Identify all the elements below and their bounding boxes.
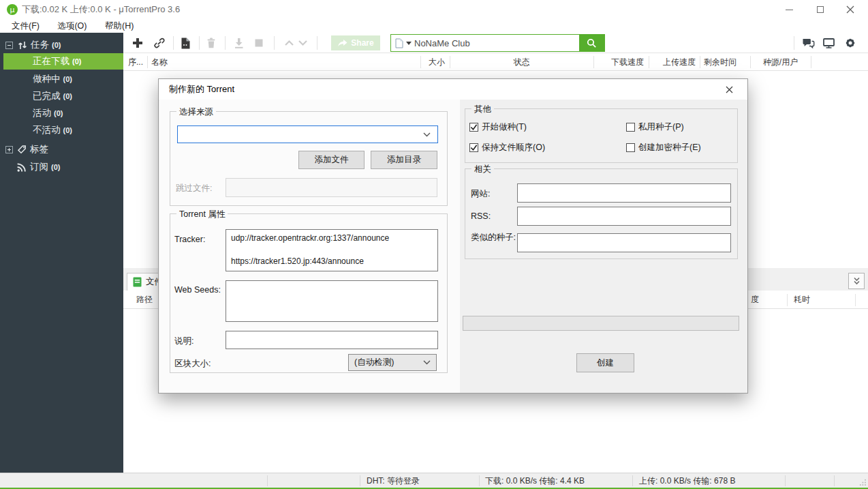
search-field-area (391, 35, 579, 51)
column-name[interactable]: 名称 (151, 53, 168, 71)
tracker-textarea[interactable]: udp://tracker.opentrackr.org:1337/announ… (226, 229, 438, 271)
create-progress-bar (463, 316, 739, 331)
close-button[interactable] (837, 0, 864, 19)
toolbar-separator (274, 36, 275, 50)
tracker-label: Tracker: (174, 235, 205, 244)
column-divider[interactable] (811, 56, 811, 68)
menu-help[interactable]: 帮助(H) (101, 19, 138, 32)
other-group-title: 其他 (471, 104, 494, 115)
utorrent-logo-icon: µ (7, 4, 18, 15)
menu-bar: 文件(F) 选项(O) 帮助(H) (0, 19, 868, 33)
column-order[interactable]: 序... (128, 53, 143, 71)
remote-devices-button[interactable] (821, 35, 836, 50)
checkbox-preserve-file-order[interactable]: 保持文件顺序(O) (469, 142, 545, 153)
checkbox-create-encrypted[interactable]: 创建加密种子(E) (626, 142, 701, 153)
checkbox-box[interactable] (626, 123, 635, 132)
column-elapsed[interactable]: 耗时 (794, 291, 810, 309)
expand-icon[interactable] (5, 146, 13, 153)
minimize-button[interactable] (775, 0, 803, 19)
sidebar-item-completed[interactable]: 已完成 (0) (0, 88, 123, 104)
column-download-speed[interactable]: 下载速度 (593, 53, 644, 71)
remove-button[interactable] (204, 35, 219, 50)
checkbox-label: 私用种子(P) (638, 121, 684, 133)
source-combobox[interactable] (177, 125, 438, 143)
column-status[interactable]: 状态 (450, 53, 593, 71)
updown-arrows-icon (17, 40, 28, 50)
add-torrent-button[interactable] (130, 35, 145, 50)
rss-input[interactable] (517, 207, 731, 226)
status-divider (785, 475, 786, 486)
create-torrent-button[interactable] (178, 35, 193, 50)
add-directory-button[interactable]: 添加目录 (371, 151, 437, 169)
add-link-button[interactable] (152, 35, 167, 50)
stop-button[interactable] (251, 35, 266, 50)
checkbox-label: 保持文件顺序(O) (482, 142, 545, 153)
sidebar-item-count: (0) (54, 105, 63, 121)
sidebar-item-active[interactable]: 活动 (0) (0, 105, 123, 121)
checkbox-box[interactable] (469, 123, 478, 132)
column-eta[interactable]: 剩余时间 (704, 53, 737, 71)
sidebar-item-seeding[interactable]: 做种中 (0) (0, 71, 123, 87)
column-upload-speed[interactable]: 上传速度 (649, 53, 696, 71)
column-seeds-peers[interactable]: 种源/用户 (750, 53, 811, 71)
checkbox-start-seeding[interactable]: 开始做种(T) (469, 121, 527, 133)
column-divider[interactable] (147, 56, 148, 68)
torrent-properties-group: Torrent 属性 Tracker: udp://tracker.opentr… (170, 213, 448, 373)
sidebar-item-downloading[interactable]: 正在下载 (0) (3, 53, 123, 70)
column-divider[interactable] (700, 56, 700, 68)
piece-size-select[interactable]: (自动检测) (348, 354, 437, 371)
website-input[interactable] (517, 183, 731, 203)
expand-panel-button[interactable] (848, 273, 865, 289)
settings-button[interactable] (843, 35, 858, 50)
column-size[interactable]: 大小 (420, 53, 445, 71)
chevron-up-icon (284, 39, 294, 47)
sidebar-item-inactive[interactable]: 不活动 (0) (0, 122, 123, 138)
start-download-button[interactable] (231, 35, 246, 50)
piece-size-label: 区块大小: (174, 358, 211, 370)
search-button[interactable] (579, 35, 604, 51)
rss-label: RSS: (471, 211, 491, 221)
resize-grip[interactable] (859, 479, 867, 486)
move-down-button[interactable] (295, 35, 310, 50)
dialog-close-button[interactable] (717, 79, 741, 100)
maximize-button[interactable] (807, 0, 834, 19)
status-divider (479, 475, 480, 486)
sidebar-item-label: 不活动 (33, 122, 61, 138)
column-divider[interactable] (855, 294, 856, 306)
column-divider[interactable] (787, 294, 788, 306)
sidebar-item-tasks[interactable]: 任务 (0) (0, 37, 123, 53)
search-input[interactable] (414, 38, 579, 48)
sidebar-item-feeds[interactable]: 订阅 (0) (0, 159, 123, 175)
magnifier-icon (587, 38, 597, 48)
sidebar-item-labels[interactable]: 标签 (0, 141, 123, 158)
share-arrow-icon (337, 39, 347, 48)
status-divider (360, 475, 360, 486)
comment-input[interactable] (226, 331, 438, 349)
collapse-icon[interactable] (5, 42, 13, 49)
column-path[interactable]: 路径 (136, 291, 153, 309)
monitor-icon (822, 38, 835, 49)
checkbox-box[interactable] (469, 143, 478, 152)
checkbox-box[interactable] (626, 143, 635, 152)
search-scope-caret-icon[interactable] (406, 42, 412, 45)
checkbox-private-torrent[interactable]: 私用种子(P) (626, 121, 684, 133)
similar-torrents-input[interactable] (517, 233, 731, 252)
properties-group-title: Torrent 属性 (176, 209, 228, 220)
sidebar-item-label: 订阅 (30, 159, 48, 175)
web-seeds-textarea[interactable] (226, 280, 438, 322)
share-button[interactable]: Share (331, 35, 380, 50)
menu-options[interactable]: 选项(O) (53, 19, 91, 32)
sidebar-item-label: 正在下载 (33, 53, 69, 70)
create-button[interactable]: 创建 (576, 353, 634, 372)
stop-icon (253, 37, 265, 49)
column-speed-partial[interactable]: 度 (751, 291, 759, 309)
chat-button[interactable] (801, 35, 816, 50)
chevron-down-icon (423, 132, 431, 137)
create-torrent-dialog: 制作新的 Torrent 选择来源 添加文件 添加目录 跳过文件: Torren… (158, 78, 748, 394)
move-up-button[interactable] (281, 35, 296, 50)
menu-file[interactable]: 文件(F) (7, 19, 44, 32)
comment-label: 说明: (174, 336, 193, 347)
checkbox-label: 创建加密种子(E) (638, 142, 701, 153)
add-file-button[interactable]: 添加文件 (298, 151, 365, 169)
web-seeds-label: Web Seeds: (174, 285, 221, 295)
